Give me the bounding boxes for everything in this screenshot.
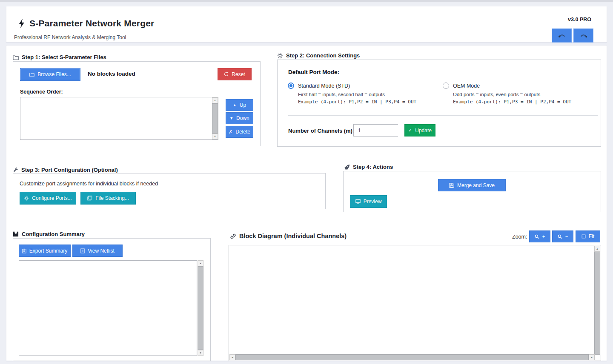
scroll-up-button[interactable]: ▲	[198, 260, 203, 266]
radio-checked-icon[interactable]	[288, 82, 294, 89]
zoom-in-button[interactable]: +	[529, 230, 550, 242]
redo-button[interactable]	[573, 28, 593, 43]
radio-standard-mode[interactable]: Standard Mode (STD)	[288, 82, 350, 89]
view-netlist-button[interactable]: View Netlist	[72, 245, 123, 257]
scroll-up-button[interactable]: ▲	[212, 97, 218, 103]
magnifier-icon	[558, 234, 562, 239]
link-icon	[230, 233, 236, 239]
standard-mode-example: Example (4-port): P1,P2 = IN | P3,P4 = O…	[298, 99, 416, 105]
sequence-order-label: Sequence Order:	[20, 89, 63, 95]
channels-label: Number of Channels (m):	[288, 128, 354, 134]
summary-textarea[interactable]	[19, 260, 197, 356]
step4-section-title: Step 4: Actions	[344, 164, 393, 170]
preview-button[interactable]: Preview	[350, 195, 387, 208]
undo-button[interactable]	[552, 28, 572, 43]
step1-section-title: Step 1: Select S-Parameter Files	[13, 54, 106, 60]
scroll-right-button[interactable]: ►	[589, 354, 595, 360]
scroll-up-button[interactable]: ▲	[594, 246, 600, 252]
folder-open-icon	[29, 72, 34, 77]
scrollbar-thumb[interactable]	[212, 103, 218, 134]
plus-icon: +	[542, 234, 545, 239]
sequence-scrollbar[interactable]: ▲ ▼	[212, 97, 218, 139]
floppy-icon	[449, 183, 454, 188]
step3-section-title: Step 3: Port Configuration (Optional)	[13, 167, 118, 173]
update-button[interactable]: ✓ Update	[404, 124, 435, 136]
page-subtitle: Professional RF Network Analysis & Mergi…	[14, 34, 126, 40]
canvas-v-scrollbar[interactable]: ▲	[594, 246, 600, 355]
redo-icon	[579, 33, 588, 38]
fit-icon	[581, 234, 586, 239]
reset-button[interactable]: Reset	[218, 68, 252, 80]
scrollbar-thumb[interactable]	[594, 252, 600, 355]
scroll-left-button[interactable]: ◄	[229, 354, 235, 360]
magnifier-icon	[535, 234, 539, 239]
document-icon	[80, 248, 85, 253]
radio-unchecked-icon[interactable]	[443, 82, 449, 89]
gear-icon	[277, 53, 283, 59]
standard-mode-label: Standard Mode (STD)	[298, 83, 350, 89]
radio-oem-mode[interactable]: OEM Mode	[443, 82, 480, 89]
up-icon: ▲	[233, 103, 237, 107]
app-header: S-Parameter Network Merger Professional …	[6, 6, 607, 43]
step2-section-title: Step 2: Connection Settings	[277, 52, 360, 59]
move-up-button[interactable]: ▲ Up	[226, 99, 253, 111]
summary-section-title: Configuration Summary	[13, 231, 85, 237]
scrollbar-thumb[interactable]	[235, 354, 589, 360]
oem-mode-label: OEM Mode	[453, 83, 480, 89]
scroll-down-button[interactable]: ▼	[198, 350, 203, 356]
stack-icon	[87, 196, 92, 201]
oem-mode-example: Example (4-port): P1,P3 = IN | P2,P4 = O…	[453, 99, 571, 105]
file-stacking-button[interactable]: File Stacking...	[80, 192, 136, 205]
minus-icon: −	[565, 234, 568, 239]
reset-icon	[224, 72, 229, 77]
separator	[288, 115, 598, 116]
diagram-section-title: Block Diagram (Individual Channels)	[230, 233, 347, 239]
canvas-h-scrollbar[interactable]: ◄ ►	[229, 354, 595, 360]
bolt-icon	[18, 19, 25, 28]
configure-ports-button[interactable]: Configure Ports...	[20, 192, 76, 205]
check-icon: ✓	[408, 128, 412, 133]
move-down-button[interactable]: ▼ Down	[226, 112, 253, 124]
scroll-down-button[interactable]: ▼	[212, 134, 218, 139]
zoom-out-button[interactable]: −	[552, 230, 573, 242]
step3-description: Customize port assignments for individua…	[20, 181, 158, 187]
undo-icon	[558, 33, 566, 38]
scrollbar-thumb[interactable]	[198, 266, 203, 350]
summary-icon	[13, 231, 19, 237]
default-port-mode-label: Default Port Mode:	[288, 69, 339, 75]
zoom-label: Zoom:	[512, 234, 527, 240]
delete-button[interactable]: ✗ Delete	[226, 126, 253, 138]
version-badge: v3.0 PRO	[568, 17, 591, 23]
channels-spinbox[interactable]: ▲ ▼	[353, 124, 398, 136]
rocket-icon	[344, 164, 350, 170]
delete-icon: ✗	[229, 130, 232, 134]
fit-button[interactable]: Fit	[576, 230, 600, 242]
wrench-icon	[13, 167, 18, 173]
page-title: S-Parameter Network Merger	[29, 18, 154, 28]
monitor-icon	[355, 199, 361, 204]
sequence-listbox[interactable]	[20, 97, 218, 140]
blocks-status: No blocks loaded	[88, 71, 135, 77]
diagram-canvas[interactable]: ▲ ◄ ►	[229, 245, 601, 361]
browse-files-button[interactable]: Browse Files...	[20, 68, 80, 81]
clipboard-icon	[22, 248, 26, 253]
gear-icon	[24, 196, 29, 201]
down-icon: ▼	[229, 117, 233, 120]
summary-scrollbar[interactable]: ▲ ▼	[198, 260, 203, 356]
oem-mode-desc: Odd ports = inputs, even ports = outputs	[453, 92, 540, 97]
export-summary-button[interactable]: Export Summary	[19, 245, 71, 257]
folder-icon	[13, 55, 19, 60]
merge-save-button[interactable]: Merge and Save	[438, 179, 506, 191]
standard-mode-desc: First half = inputs, second half = outpu…	[298, 92, 385, 97]
